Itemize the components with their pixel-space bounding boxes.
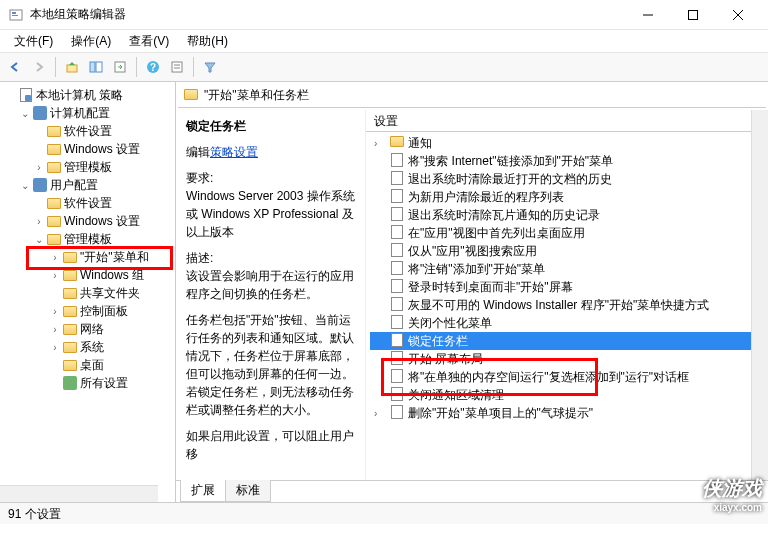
list-item-label: 灰显不可用的 Windows Installer 程序"开始"菜单快捷方式 <box>408 297 709 314</box>
list-scrollbar-v[interactable] <box>751 110 768 480</box>
minimize-button[interactable] <box>625 0 670 29</box>
list-item[interactable]: 将"注销"添加到"开始"菜单 <box>370 260 764 278</box>
tree-item[interactable]: 共享文件夹 <box>2 284 173 302</box>
close-button[interactable] <box>715 0 760 29</box>
view-tabs: 扩展 标准 <box>176 480 768 502</box>
folder-icon <box>47 162 61 173</box>
tree-item[interactable]: ›管理模板 <box>2 158 173 176</box>
list-item[interactable]: 退出系统时清除瓦片通知的历史记录 <box>370 206 764 224</box>
list-item-label: 通知 <box>408 135 432 152</box>
list-item[interactable]: 仅从"应用"视图搜索应用 <box>370 242 764 260</box>
tree-user-config[interactable]: ⌄用户配置 <box>2 176 173 194</box>
list-item[interactable]: ›删除"开始"菜单项目上的"气球提示" <box>370 404 764 422</box>
tree-item[interactable]: ›网络 <box>2 320 173 338</box>
setting-icon <box>390 351 404 368</box>
tree-computer-config[interactable]: ⌄计算机配置 <box>2 104 173 122</box>
tree-admin-templates[interactable]: ⌄管理模板 <box>2 230 173 248</box>
svg-rect-13 <box>172 62 182 72</box>
list-item-label: 退出系统时清除最近打开的文档的历史 <box>408 171 612 188</box>
menubar: 文件(F) 操作(A) 查看(V) 帮助(H) <box>0 30 768 52</box>
tree-pane[interactable]: 本地计算机 策略 ⌄计算机配置 软件设置 Windows 设置 ›管理模板 ⌄用… <box>0 82 176 502</box>
menu-action[interactable]: 操作(A) <box>63 31 119 52</box>
list-header-col[interactable]: 设置 <box>366 110 768 132</box>
setting-icon <box>390 207 404 224</box>
tree-start-menu[interactable]: ›"开始"菜单和 <box>2 248 173 266</box>
list-item[interactable]: 将"在单独的内存空间运行"复选框添加到"运行"对话框 <box>370 368 764 386</box>
show-hide-tree-button[interactable] <box>85 56 107 78</box>
filter-button[interactable] <box>199 56 221 78</box>
setting-icon <box>390 405 404 422</box>
setting-icon <box>390 171 404 188</box>
watermark: 侠游戏 xiayx.com <box>702 475 762 513</box>
details-pane: "开始"菜单和任务栏 锁定任务栏 编辑策略设置 要求:Windows Serve… <box>176 82 768 502</box>
tree-item[interactable]: 所有设置 <box>2 374 173 392</box>
list-item-label: 退出系统时清除瓦片通知的历史记录 <box>408 207 600 224</box>
list-item[interactable]: 关闭个性化菜单 <box>370 314 764 332</box>
folder-icon <box>63 360 77 371</box>
tree-item[interactable]: 软件设置 <box>2 122 173 140</box>
edit-policy-link[interactable]: 策略设置 <box>210 145 258 159</box>
setting-icon <box>390 225 404 242</box>
list-item-label: 关闭通知区域清理 <box>408 387 504 404</box>
tree-item[interactable]: Windows 设置 <box>2 140 173 158</box>
folder-icon <box>47 216 61 227</box>
maximize-button[interactable] <box>670 0 715 29</box>
tree-item[interactable]: 桌面 <box>2 356 173 374</box>
list-item-label: 仅从"应用"视图搜索应用 <box>408 243 537 260</box>
tab-standard[interactable]: 标准 <box>225 480 271 502</box>
tree-item[interactable]: ›系统 <box>2 338 173 356</box>
list-item[interactable]: ›通知 <box>370 134 764 152</box>
setting-icon <box>390 153 404 170</box>
list-item[interactable]: 锁定任务栏 <box>370 332 764 350</box>
folder-icon <box>47 234 61 245</box>
main-content: 本地计算机 策略 ⌄计算机配置 软件设置 Windows 设置 ›管理模板 ⌄用… <box>0 82 768 502</box>
setting-icon <box>390 189 404 206</box>
folder-icon <box>390 136 404 150</box>
list-item[interactable]: 为新用户清除最近的程序列表 <box>370 188 764 206</box>
window-titlebar: 本地组策略编辑器 <box>0 0 768 30</box>
folder-icon <box>63 252 77 263</box>
list-item[interactable]: 在"应用"视图中首先列出桌面应用 <box>370 224 764 242</box>
svg-rect-7 <box>67 65 77 72</box>
list-item[interactable]: 灰显不可用的 Windows Installer 程序"开始"菜单快捷方式 <box>370 296 764 314</box>
folder-icon <box>63 324 77 335</box>
list-item-label: 登录时转到桌面而非"开始"屏幕 <box>408 279 573 296</box>
tree-item[interactable]: ›Windows 组 <box>2 266 173 284</box>
tree-item[interactable]: ›Windows 设置 <box>2 212 173 230</box>
menu-view[interactable]: 查看(V) <box>121 31 177 52</box>
setting-icon <box>390 315 404 332</box>
export-button[interactable] <box>109 56 131 78</box>
tree-item[interactable]: ›控制面板 <box>2 302 173 320</box>
tree-root[interactable]: 本地计算机 策略 <box>2 86 173 104</box>
list-item-label: 关闭个性化菜单 <box>408 315 492 332</box>
help-button[interactable]: ? <box>142 56 164 78</box>
up-button[interactable] <box>61 56 83 78</box>
settings-icon <box>63 376 77 390</box>
properties-button[interactable] <box>166 56 188 78</box>
list-item-label: 删除"开始"菜单项目上的"气球提示" <box>408 405 593 422</box>
toolbar: ? <box>0 52 768 82</box>
list-item[interactable]: 退出系统时清除最近打开的文档的历史 <box>370 170 764 188</box>
tree-item[interactable]: 软件设置 <box>2 194 173 212</box>
folder-icon <box>63 288 77 299</box>
svg-rect-8 <box>90 62 95 72</box>
svg-rect-2 <box>12 15 18 16</box>
svg-rect-1 <box>12 12 16 14</box>
folder-icon <box>47 198 61 209</box>
svg-rect-4 <box>688 10 697 19</box>
window-title: 本地组策略编辑器 <box>30 6 625 23</box>
tree-scrollbar-h[interactable] <box>0 485 158 502</box>
list-item[interactable]: 关闭通知区域清理 <box>370 386 764 404</box>
forward-button[interactable] <box>28 56 50 78</box>
tab-extended[interactable]: 扩展 <box>180 480 226 502</box>
menu-help[interactable]: 帮助(H) <box>179 31 236 52</box>
menu-file[interactable]: 文件(F) <box>6 31 61 52</box>
list-item[interactable]: 将"搜索 Internet"链接添加到"开始"菜单 <box>370 152 764 170</box>
settings-list[interactable]: 设置 ›通知将"搜索 Internet"链接添加到"开始"菜单退出系统时清除最近… <box>366 110 768 480</box>
back-button[interactable] <box>4 56 26 78</box>
list-item[interactable]: 开始 屏幕布局 <box>370 350 764 368</box>
policy-icon <box>19 88 33 102</box>
setting-icon <box>390 369 404 386</box>
setting-icon <box>390 261 404 278</box>
list-item[interactable]: 登录时转到桌面而非"开始"屏幕 <box>370 278 764 296</box>
